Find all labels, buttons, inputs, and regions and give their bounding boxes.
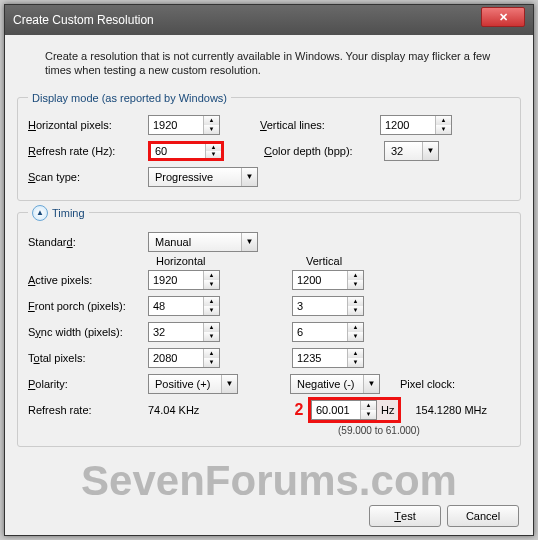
pol-v-combo[interactable]: Negative (-)▼ [290,374,380,394]
test-button[interactable]: Test [369,505,441,527]
display-mode-group: Display mode (as reported by Windows) Ho… [17,92,521,201]
front-h-spin[interactable]: ▲▼ [148,296,220,316]
intro-text: Create a resolution that is not currentl… [17,43,521,88]
sync-v-spin[interactable]: ▲▼ [292,322,364,342]
timing-group: ▲Timing Standard: Manual▼ Horizontal Ver… [17,205,521,447]
hpixels-spin[interactable]: ▲▼ [148,115,220,135]
hpixels-label: Horizontal pixels: [28,119,148,131]
cdepth-combo[interactable]: 32▼ [384,141,439,161]
refresh-v-spin[interactable]: ▲▼ [311,400,377,420]
refresh-spin[interactable]: ▲▼ [148,141,224,161]
cancel-button[interactable]: Cancel [447,505,519,527]
timing-legend: Timing [52,207,85,219]
horizontal-header: Horizontal [156,255,306,267]
chevron-down-icon[interactable]: ▼ [422,142,438,160]
standard-combo[interactable]: Manual▼ [148,232,258,252]
up-arrow-icon[interactable]: ▲ [204,116,219,125]
refresh-h-value: 74.04 KHz [148,404,238,416]
vlines-spin[interactable]: ▲▼ [380,115,452,135]
active-h-spin[interactable]: ▲▼ [148,270,220,290]
refresh-input[interactable] [151,144,205,158]
standard-label: Standard: [28,236,148,248]
refresh2-label: Refresh rate: [28,404,148,416]
total-h-spin[interactable]: ▲▼ [148,348,220,368]
sync-label: Sync width (pixels): [28,326,148,338]
close-button[interactable]: ✕ [481,7,525,27]
pixclock-label: Pixel clock: [400,378,455,390]
vertical-header: Vertical [306,255,456,267]
front-v-spin[interactable]: ▲▼ [292,296,364,316]
vlines-input[interactable] [381,116,435,134]
down-arrow-icon[interactable]: ▼ [204,125,219,134]
vlines-label: Vertical lines: [260,119,380,131]
scan-label: Scan type: [28,171,148,183]
active-v-spin[interactable]: ▲▼ [292,270,364,290]
active-label: Active pixels: [28,274,148,286]
display-mode-legend: Display mode (as reported by Windows) [28,92,231,104]
total-label: Total pixels: [28,352,148,364]
front-label: Front porch (pixels): [28,300,148,312]
window-title: Create Custom Resolution [13,13,481,27]
dialog-window: Create Custom Resolution ✕ Create a reso… [4,4,534,536]
pixclock-value: 154.1280 MHz [415,404,487,416]
refresh-range: (59.000 to 61.000) [338,425,510,436]
hpixels-input[interactable] [149,116,203,134]
cdepth-label: Color depth (bpp): [264,145,384,157]
hz-label: Hz [377,404,394,416]
polarity-label: Polarity: [28,378,148,390]
titlebar: Create Custom Resolution ✕ [5,5,533,35]
sync-h-spin[interactable]: ▲▼ [148,322,220,342]
pol-h-combo[interactable]: Positive (+)▼ [148,374,238,394]
total-v-spin[interactable]: ▲▼ [292,348,364,368]
refresh-label: Refresh rate (Hz): [28,145,148,157]
collapse-icon[interactable]: ▲ [32,205,48,221]
marker-2: 2 [290,401,308,419]
scan-combo[interactable]: Progressive▼ [148,167,258,187]
